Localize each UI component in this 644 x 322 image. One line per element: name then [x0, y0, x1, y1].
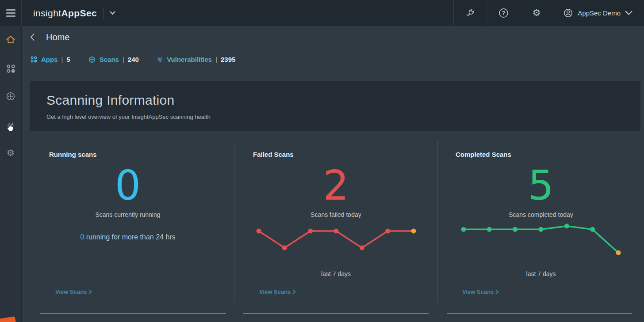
chart-footnote: last 7 days	[438, 270, 644, 277]
user-menu[interactable]: AppSec Demo	[553, 0, 644, 26]
scanning-information-banner: Scanning Information Get a high level ov…	[30, 81, 640, 131]
app-logo-text: insightAppSec	[33, 8, 97, 19]
target-icon	[5, 91, 16, 102]
completed-scans-chart	[448, 221, 634, 258]
sidebar-item-vulnerabilities[interactable]: ☣	[0, 118, 21, 132]
page-title: Home	[46, 32, 69, 42]
biohazard-icon: ☣	[7, 121, 15, 129]
topbar-spacer	[115, 0, 453, 26]
section-divider	[40, 313, 226, 314]
user-name: AppSec Demo	[578, 9, 621, 17]
view-scans-link-failed[interactable]: View Scans	[259, 288, 296, 295]
stat-apps[interactable]: Apps | 5	[30, 56, 70, 63]
card-title: Running scans	[22, 151, 234, 158]
top-bar: insightAppSec ? ⚙ AppSec Demo	[0, 0, 644, 26]
completed-scans-count: 5	[438, 165, 644, 207]
chevron-left-icon	[30, 33, 35, 41]
user-chevron-down-icon	[625, 11, 632, 15]
svg-text:?: ?	[502, 10, 505, 16]
rapid7-logo-partial	[0, 316, 16, 322]
menu-button[interactable]	[0, 0, 22, 26]
sidebar-item-home[interactable]	[0, 33, 21, 46]
card-title: Failed Scans	[234, 151, 437, 158]
question-circle-icon: ?	[498, 8, 509, 19]
running-scans-card: Running scans 0 Scans currently running …	[22, 131, 234, 322]
main-content: Home Apps | 5	[22, 26, 644, 322]
failed-scans-count: 2	[234, 165, 437, 207]
chart-footnote: last 7 days	[234, 270, 437, 277]
card-caption: Scans currently running	[22, 211, 234, 218]
apps-icon	[30, 56, 38, 63]
card-caption: Scans failed today	[234, 211, 437, 218]
section-divider	[447, 313, 632, 314]
view-scans-link-running[interactable]: View Scans	[55, 288, 92, 295]
banner-title: Scanning Information	[46, 93, 640, 108]
view-scans-link-completed[interactable]: View Scans	[462, 288, 499, 295]
apps-icon	[6, 64, 16, 74]
stats-row: Apps | 5 Scans | 240 ☣ Vulnerabilities |	[22, 48, 644, 71]
plug-icon	[465, 8, 476, 19]
card-caption: Scans completed today	[438, 211, 644, 218]
settings-button[interactable]: ⚙	[520, 0, 553, 26]
running-scans-count: 0	[22, 165, 234, 207]
logo-separator	[104, 8, 104, 19]
banner-subtitle: Get a high level overview of your Insigh…	[46, 114, 640, 120]
section-divider	[243, 313, 429, 314]
sidebar-item-settings[interactable]: ⚙	[0, 146, 21, 159]
running-over-24hrs: 0 running for more than 24 hrs	[22, 233, 234, 241]
gear-icon: ⚙	[7, 148, 15, 157]
gear-icon: ⚙	[533, 8, 541, 18]
sidebar-item-apps[interactable]	[0, 62, 21, 75]
home-icon	[5, 34, 16, 45]
stat-vulnerabilities[interactable]: ☣ Vulnerabilities | 2395	[157, 56, 236, 63]
avatar-icon	[563, 8, 573, 18]
back-button[interactable]	[30, 33, 35, 41]
scan-summary-columns: Running scans 0 Scans currently running …	[22, 131, 644, 322]
data-collection-button[interactable]	[453, 0, 487, 26]
failed-scans-chart	[243, 221, 429, 258]
stat-scans[interactable]: Scans | 240	[88, 56, 139, 64]
card-title: Completed Scans	[438, 151, 644, 158]
help-button[interactable]: ?	[487, 0, 520, 26]
target-icon	[88, 56, 96, 64]
breadcrumb: Home	[22, 26, 644, 48]
biohazard-icon: ☣	[157, 56, 163, 63]
app-logo[interactable]: insightAppSec	[22, 0, 115, 26]
chevron-right-icon	[292, 289, 296, 294]
hamburger-icon	[6, 9, 15, 17]
product-switcher-chevron-down-icon[interactable]	[110, 11, 115, 15]
sidebar-nav: ☣ ⚙	[0, 26, 22, 322]
chevron-right-icon	[88, 289, 92, 294]
chevron-right-icon	[495, 289, 499, 294]
sidebar-item-scans[interactable]	[0, 90, 21, 103]
